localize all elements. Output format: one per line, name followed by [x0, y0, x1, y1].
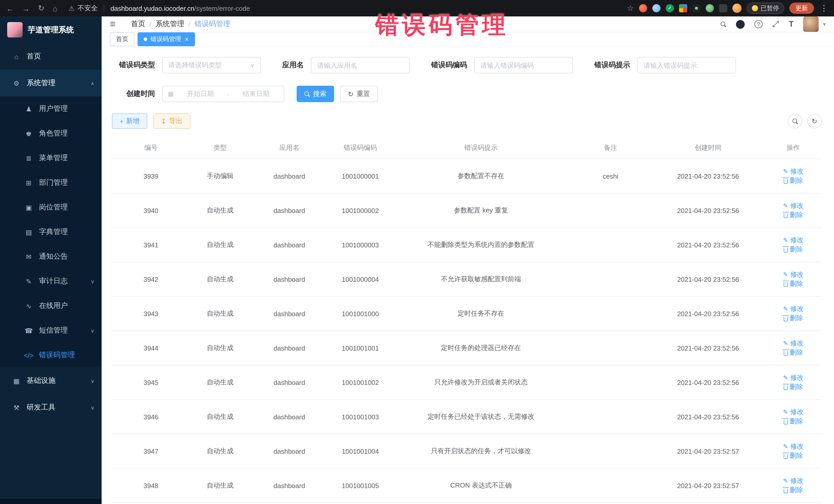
cell-type: 自动生成	[190, 434, 250, 468]
cell-id: 3945	[112, 365, 190, 399]
sidebar-item[interactable]: </> 错误码管理	[0, 343, 102, 368]
edit-link[interactable]: ✎ 修改	[783, 304, 804, 313]
search-icon[interactable]	[721, 21, 726, 27]
delete-link[interactable]: 删除	[784, 348, 803, 357]
sidebar-item[interactable]: ☎ 短信管理 ∨	[0, 318, 102, 343]
back-icon[interactable]: ←	[6, 4, 14, 13]
delete-link[interactable]: 删除	[784, 417, 803, 426]
search-button[interactable]: 搜索	[297, 86, 334, 102]
update-button[interactable]: 更新	[789, 3, 814, 14]
sidebar-item[interactable]: ▤ 字典管理	[0, 220, 102, 244]
fullscreen-icon[interactable]: ⤢	[772, 20, 779, 29]
delete-link[interactable]: 删除	[784, 485, 803, 495]
home-icon[interactable]: ⌂	[52, 4, 57, 13]
kebab-menu-icon[interactable]: ⋮	[820, 4, 828, 13]
error-hint-input[interactable]	[637, 57, 736, 73]
paused-badge[interactable]: 已暂停	[747, 3, 784, 14]
sidebar-item[interactable]: ∿ 在线用户	[0, 293, 102, 318]
delete-link[interactable]: 删除	[784, 279, 803, 288]
breadcrumb-link[interactable]: 首页	[131, 20, 145, 29]
app-logo[interactable]: 芋道管理系统	[0, 17, 102, 43]
breadcrumb-link[interactable]: 错误码管理	[195, 20, 231, 29]
delete-link[interactable]: 删除	[784, 211, 803, 220]
filter-row-1: 错误码类型 请选择错误码类型 ∨ 应用名 错误码编码	[112, 57, 822, 73]
sidebar-item-label: 系统管理	[27, 79, 56, 88]
delete-link[interactable]: 删除	[784, 176, 803, 185]
address-bar[interactable]: ⚠ 不安全 dashboard.yudao.iocoder.cn /system…	[68, 4, 627, 13]
sidebar-item[interactable]: ♚ 角色管理	[0, 121, 102, 146]
extension-icon-red[interactable]	[639, 4, 647, 12]
extension-icon-dark[interactable]	[692, 4, 701, 12]
delete-link[interactable]: 删除	[784, 245, 803, 254]
caret-down-icon[interactable]: ▾	[823, 21, 826, 27]
sidebar-item-label: 字典管理	[39, 227, 68, 237]
edit-link[interactable]: ✎ 修改	[783, 167, 804, 176]
edit-link[interactable]: ✎ 修改	[783, 236, 804, 245]
edit-link[interactable]: ✎ 修改	[783, 442, 804, 451]
delete-icon	[784, 351, 788, 355]
column-header: 错误码提示	[392, 137, 570, 159]
tab[interactable]: 错误码管理 ×	[137, 32, 195, 46]
sidebar-item[interactable]: ⌂ 首页	[0, 43, 102, 70]
download-icon: ↧	[161, 117, 167, 125]
delete-icon	[784, 385, 788, 390]
edit-link[interactable]: ✎ 修改	[783, 270, 804, 279]
extension-icon-grid[interactable]	[679, 4, 687, 12]
add-button[interactable]: + 新增	[112, 113, 147, 129]
edit-link[interactable]: ✎ 修改	[783, 408, 804, 417]
error-type-select[interactable]: 请选择错误码类型 ∨	[162, 57, 261, 73]
topbar-actions: ? ⤢ T ▾	[721, 17, 826, 32]
date-range-picker[interactable]: ▦ 开始日期 - 结束日期	[162, 86, 284, 102]
edit-link[interactable]: ✎ 修改	[783, 476, 804, 485]
edit-link[interactable]: ✎ 修改	[783, 339, 804, 348]
extension-puzzle-icon[interactable]	[719, 4, 727, 12]
delete-link[interactable]: 删除	[784, 313, 803, 323]
edit-link[interactable]: ✎ 修改	[783, 373, 804, 382]
export-button[interactable]: ↧ 导出	[153, 113, 190, 129]
browser-profile-avatar[interactable]	[732, 4, 742, 13]
filter-error-code: 错误码编码	[431, 57, 573, 73]
delete-link[interactable]: 删除	[784, 451, 803, 460]
reload-icon[interactable]: ↻	[38, 4, 44, 13]
extension-icon-blue[interactable]	[652, 4, 660, 12]
refresh-button[interactable]: ↻	[807, 114, 822, 128]
tab[interactable]: 首页 ×	[110, 32, 134, 46]
hamburger-icon[interactable]: ≡	[110, 19, 115, 30]
sidebar-item[interactable]: ⚙ 系统管理 ∧	[0, 70, 102, 96]
sidebar-item[interactable]: ✉ 通知公告	[0, 244, 102, 269]
user-avatar[interactable]	[804, 17, 819, 32]
show-search-button[interactable]	[788, 114, 802, 128]
extension-icon-green-check[interactable]	[666, 4, 674, 12]
sidebar-item[interactable]: ♟ 用户管理	[0, 96, 102, 121]
app-name-input[interactable]	[311, 57, 410, 73]
bookmark-star-icon[interactable]: ☆	[627, 4, 634, 13]
page-title-overlay: 错误码管理	[375, 9, 509, 41]
sidebar-item[interactable]: ⊞ 部门管理	[0, 170, 102, 195]
edit-link[interactable]: ✎ 修改	[783, 201, 804, 211]
sidebar-item[interactable]: ✎ 审计日志 ∨	[0, 269, 102, 293]
help-icon[interactable]: ?	[754, 20, 763, 28]
github-icon[interactable]	[736, 20, 745, 28]
sidebar-item[interactable]: ▦ 基础设施 ∨	[0, 368, 102, 394]
column-header: 错误码编码	[328, 137, 392, 159]
forward-icon[interactable]: →	[22, 4, 30, 13]
cell-app: dashboard	[250, 227, 328, 262]
cell-app: dashboard	[250, 159, 328, 193]
cell-code: 1001001001	[328, 331, 392, 365]
sidebar-item-label: 错误码管理	[39, 351, 75, 360]
cell-time: 2021-04-20 23:52:56	[651, 193, 765, 227]
error-code-input[interactable]	[474, 57, 573, 73]
cell-code: 1001001002	[328, 365, 392, 399]
extension-icon-leaf[interactable]	[706, 4, 714, 12]
sidebar-item[interactable]: ▣ 岗位管理	[0, 195, 102, 220]
url-host: dashboard.yudao.iocoder.cn	[111, 4, 195, 12]
tab-close-icon[interactable]: ×	[185, 36, 189, 43]
breadcrumb-separator: /	[149, 20, 151, 28]
breadcrumb-link[interactable]: 系统管理	[155, 20, 184, 29]
delete-link[interactable]: 删除	[784, 382, 803, 392]
sidebar-item-label: 审计日志	[39, 277, 68, 286]
sidebar-item[interactable]: ≣ 菜单管理	[0, 146, 102, 170]
font-size-icon[interactable]: T	[789, 20, 794, 29]
sidebar-item[interactable]: ⚒ 研发工具 ∨	[0, 394, 102, 421]
reset-button[interactable]: ↻ 重置	[340, 86, 378, 102]
